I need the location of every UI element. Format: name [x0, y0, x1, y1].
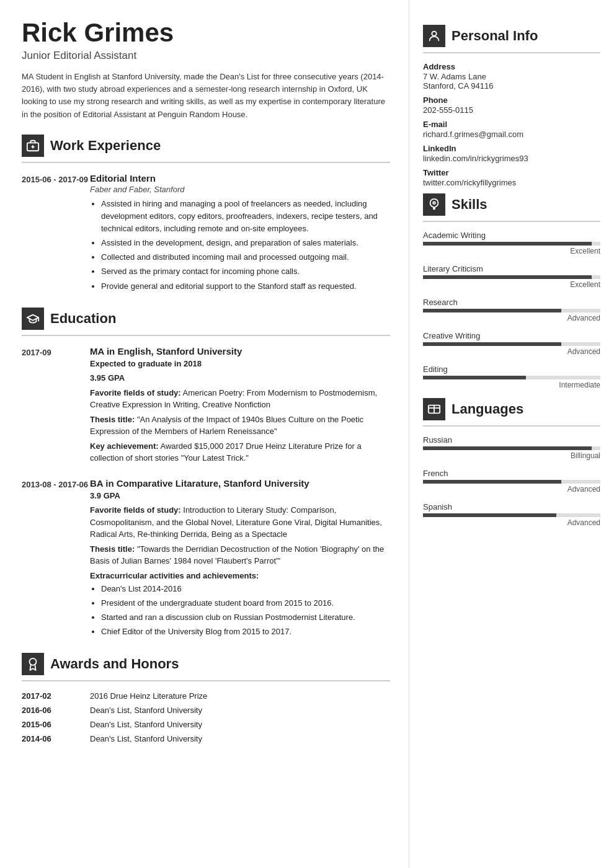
languages-title: Languages [452, 401, 523, 417]
address-label: Address [423, 62, 600, 71]
award-3-date: 2014-06 [22, 734, 90, 743]
lang-1-bar [423, 480, 600, 484]
svg-point-5 [433, 202, 435, 204]
edu-entry-0: 2017-09 MA in English, Stanford Universi… [22, 346, 390, 467]
phone-value: 202-555-0115 [423, 105, 600, 115]
resume-container: Rick Grimes Junior Editorial Assistant M… [0, 0, 614, 868]
education-title: Education [50, 311, 116, 327]
lang-0-level: Billingual [423, 451, 600, 460]
lang-2-name: Spanish [423, 502, 600, 512]
skill-4-fill [423, 376, 526, 379]
skill-0-bar [423, 242, 600, 246]
awards-table: 2017-02 2016 Drue Heinz Literature Prize… [22, 691, 390, 743]
left-column: Rick Grimes Junior Editorial Assistant M… [0, 0, 409, 868]
extracurricular-bullet-3: Chief Editor of the University Blog from… [101, 626, 390, 638]
lang-1-name: French [423, 469, 600, 478]
extracurricular-bullet-1: President of the undergraduate student b… [101, 597, 390, 609]
award-2-date: 2015-06 [22, 720, 90, 729]
languages-section-header: Languages [423, 398, 600, 427]
lang-0: Russian Billingual [423, 435, 600, 460]
lang-0-name: Russian [423, 435, 600, 445]
lang-2-level: Advanced [423, 518, 600, 527]
skills-icon [423, 193, 445, 216]
skill-3-name: Creative Writing [423, 331, 600, 340]
award-row-1: 2016-06 Dean's List, Stanford University [22, 706, 390, 715]
skill-2-name: Research [423, 298, 600, 307]
personal-info-email: E-mail richard.f.grimes@gmail.com [423, 120, 600, 139]
edu-entry-0-title: MA in English, Stanford University [90, 346, 390, 356]
lang-0-bar [423, 446, 600, 450]
edu-entry-1-content: BA in Comparative Litarature, Stanford U… [90, 478, 390, 642]
skill-0-level: Excellent [423, 247, 600, 255]
svg-point-4 [432, 32, 436, 36]
edu-entry-0-gpa: 3.95 GPA [90, 372, 390, 384]
skill-1-name: Literary Criticism [423, 264, 600, 273]
skill-0-name: Academic Writing [423, 231, 600, 240]
award-3-name: Dean's List, Stanford University [90, 734, 390, 743]
award-1-name: Dean's List, Stanford University [90, 706, 390, 715]
work-entry-0-content: Editorial Intern Faber and Faber, Stanfo… [90, 173, 390, 296]
languages-icon [423, 398, 445, 420]
phone-label: Phone [423, 95, 600, 105]
candidate-name: Rick Grimes [22, 19, 390, 47]
skill-4-name: Editing [423, 365, 600, 374]
linkedin-label: LinkedIn [423, 144, 600, 153]
award-1-date: 2016-06 [22, 706, 90, 715]
education-icon [22, 308, 44, 330]
skill-1-fill [423, 275, 592, 279]
edu-entry-0-expected: Expected to graduate in 2018 [90, 358, 390, 370]
work-bullet-4: Provide general and editorial support to… [101, 280, 390, 293]
personal-info-twitter: Twitter twitter.com/rickyfillygrimes [423, 168, 600, 187]
awards-icon [22, 653, 44, 675]
lang-2-fill [423, 513, 556, 517]
personal-info-address: Address 7 W. Adams LaneStanford, CA 9411… [423, 62, 600, 91]
lang-2: Spanish Advanced [423, 502, 600, 527]
email-value: richard.f.grimes@gmail.com [423, 130, 600, 139]
work-experience-section-header: Work Experience [22, 135, 390, 163]
awards-section-header: Awards and Honors [22, 653, 390, 681]
extracurricular-bullet-2: Started and ran a discussion club on Rus… [101, 611, 390, 624]
skill-2: Research Advanced [423, 298, 600, 322]
lang-1-level: Advanced [423, 485, 600, 494]
education-section-header: Education [22, 308, 390, 336]
award-0-name: 2016 Drue Heinz Literature Prize [90, 691, 390, 701]
linkedin-value: linkedin.com/in/rickygrimes93 [423, 154, 600, 163]
skill-4-bar [423, 376, 600, 379]
personal-info-phone: Phone 202-555-0115 [423, 95, 600, 115]
edu-entry-1-fields: Favorite fields of study: Introduction t… [90, 504, 390, 541]
lang-1: French Advanced [423, 469, 600, 494]
work-bullet-2: Collected and distributed incoming mail … [101, 251, 390, 264]
work-entry-0-date: 2015-06 - 2017-09 [22, 173, 90, 296]
skill-3-bar [423, 342, 600, 346]
work-bullet-0: Assisted in hiring and managing a pool o… [101, 198, 390, 235]
skill-3: Creative Writing Advanced [423, 331, 600, 356]
award-row-2: 2015-06 Dean's List, Stanford University [22, 720, 390, 729]
edu-entry-0-thesis: Thesis title: "An Analysis of the Impact… [90, 414, 390, 438]
personal-info-title: Personal Info [452, 28, 538, 44]
work-entry-0-title: Editorial Intern [90, 173, 390, 184]
extracurricular-bullet-0: Dean's List 2014-2016 [101, 583, 390, 595]
skill-4-level: Intermediate [423, 381, 600, 389]
work-experience-icon [22, 135, 44, 157]
lang-0-fill [423, 446, 592, 450]
personal-info-section-header: Personal Info [423, 25, 600, 53]
skill-1: Literary Criticism Excellent [423, 264, 600, 289]
work-entry-0-company: Faber and Faber, Stanford [90, 185, 390, 194]
skill-2-fill [423, 309, 561, 312]
skill-4: Editing Intermediate [423, 365, 600, 389]
work-bullet-3: Served as the primary contact for incomi… [101, 265, 390, 278]
work-entry-0: 2015-06 - 2017-09 Editorial Intern Faber… [22, 173, 390, 296]
twitter-label: Twitter [423, 168, 600, 177]
skill-3-fill [423, 342, 561, 346]
edu-entry-1: 2013-08 - 2017-06 BA in Comparative Lita… [22, 478, 390, 642]
edu-entry-0-achievement: Key achievement: Awarded $15,000 2017 Dr… [90, 440, 390, 464]
edu-entry-1-thesis: Thesis title: "Towards the Derridian Dec… [90, 543, 390, 567]
skill-1-level: Excellent [423, 280, 600, 289]
candidate-title: Junior Editorial Assistant [22, 50, 390, 62]
edu-entry-1-title: BA in Comparative Litarature, Stanford U… [90, 478, 390, 489]
svg-point-3 [30, 658, 37, 665]
skill-0: Academic Writing Excellent [423, 231, 600, 255]
twitter-value: twitter.com/rickyfillygrimes [423, 178, 600, 187]
personal-info-linkedin: LinkedIn linkedin.com/in/rickygrimes93 [423, 144, 600, 163]
work-entry-0-bullets: Assisted in hiring and managing a pool o… [90, 198, 390, 293]
